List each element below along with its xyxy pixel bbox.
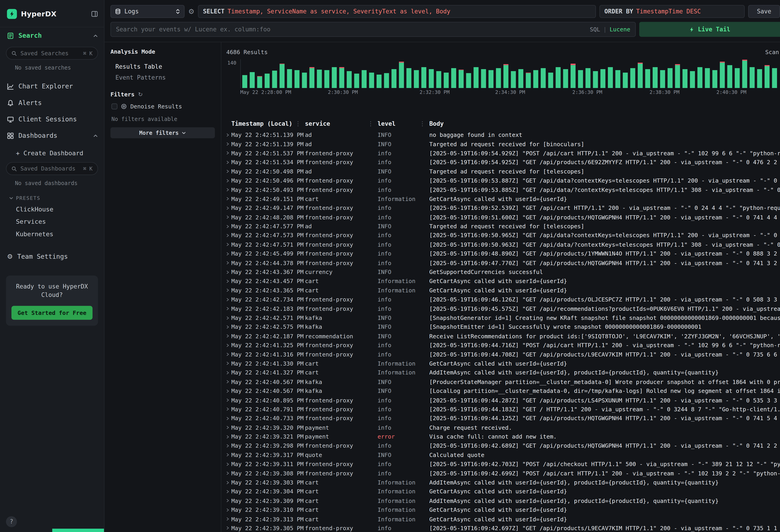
expand-row-icon[interactable] bbox=[223, 233, 231, 238]
histogram-bar[interactable] bbox=[422, 67, 426, 88]
histogram-bar[interactable] bbox=[332, 67, 337, 88]
histogram-bar[interactable] bbox=[735, 68, 740, 88]
sidebar-item-services[interactable]: Services bbox=[0, 215, 104, 228]
help-button[interactable]: ? bbox=[6, 516, 17, 527]
presets-section-header[interactable]: PRESETS bbox=[0, 191, 104, 203]
histogram-bar[interactable] bbox=[623, 72, 628, 88]
sidebar-item-team-settings[interactable]: ⚙ Team Settings bbox=[0, 248, 104, 264]
histogram-bar[interactable] bbox=[511, 71, 516, 88]
expand-row-icon[interactable] bbox=[223, 416, 231, 421]
histogram-bar[interactable] bbox=[361, 70, 367, 88]
source-select[interactable]: Logs bbox=[110, 5, 185, 18]
mode-results-table[interactable]: Results Table bbox=[110, 61, 215, 72]
histogram-bar[interactable] bbox=[638, 63, 643, 88]
expand-row-icon[interactable] bbox=[223, 444, 231, 448]
denoise-checkbox[interactable] bbox=[111, 103, 117, 109]
expand-row-icon[interactable] bbox=[223, 398, 231, 402]
histogram-bar[interactable] bbox=[369, 72, 374, 88]
sidebar-item-kubernetes[interactable]: Kubernetes bbox=[0, 228, 104, 240]
histogram-bar[interactable] bbox=[265, 74, 270, 88]
expand-row-icon[interactable] bbox=[223, 242, 231, 247]
expand-row-icon[interactable] bbox=[223, 462, 231, 467]
expand-row-icon[interactable] bbox=[223, 179, 231, 183]
log-row[interactable]: May 22 2:42:47.573 PM frontend-proxy inf… bbox=[223, 231, 780, 240]
refresh-filters-icon[interactable]: ↻ bbox=[138, 91, 143, 98]
expand-row-icon[interactable] bbox=[223, 306, 231, 311]
histogram-bar[interactable] bbox=[280, 63, 285, 88]
histogram-bar[interactable] bbox=[727, 65, 732, 88]
sidebar-item-search[interactable]: Search bbox=[0, 27, 104, 44]
histogram-bar[interactable] bbox=[459, 69, 464, 88]
histogram-bar[interactable] bbox=[653, 67, 657, 88]
log-row[interactable]: May 22 2:42:50.493 PM frontend-proxy inf… bbox=[223, 185, 780, 194]
histogram-bar[interactable] bbox=[675, 64, 680, 88]
histogram-bar[interactable] bbox=[377, 74, 382, 88]
histogram-bar[interactable] bbox=[586, 68, 591, 88]
chevron-up-icon[interactable] bbox=[93, 133, 98, 138]
log-row[interactable]: May 22 2:42:39.311 PM frontend-proxy inf… bbox=[223, 460, 780, 469]
expand-row-icon[interactable] bbox=[223, 261, 231, 265]
histogram-bar[interactable] bbox=[324, 70, 329, 88]
histogram-bar[interactable] bbox=[399, 62, 404, 88]
histogram-bar[interactable] bbox=[354, 74, 359, 88]
histogram-bar[interactable] bbox=[496, 68, 501, 88]
log-row[interactable]: May 22 2:42:39.317 PM quote INFO Calcula… bbox=[223, 450, 780, 460]
expand-row-icon[interactable] bbox=[223, 517, 231, 521]
expand-row-icon[interactable] bbox=[223, 434, 231, 439]
histogram-bar[interactable] bbox=[548, 72, 553, 88]
histogram-bar[interactable] bbox=[257, 76, 262, 88]
log-row[interactable]: May 22 2:42:49.151 PM cart Information G… bbox=[223, 194, 780, 203]
expand-row-icon[interactable] bbox=[223, 297, 231, 302]
histogram-bar[interactable] bbox=[287, 69, 292, 88]
log-row[interactable]: May 22 2:42:47.571 PM frontend-proxy inf… bbox=[223, 240, 780, 249]
column-grip-icon[interactable]: ⋮ bbox=[295, 120, 305, 127]
log-row[interactable]: May 22 2:42:45.499 PM frontend-proxy inf… bbox=[223, 249, 780, 258]
sidebar-item-alerts[interactable]: Alerts bbox=[0, 95, 104, 111]
histogram-bar[interactable] bbox=[466, 73, 471, 88]
log-row[interactable]: May 22 2:42:39.298 PM frontend-proxy inf… bbox=[223, 441, 780, 450]
expand-row-icon[interactable] bbox=[223, 288, 231, 293]
sql-toggle[interactable]: SQL bbox=[590, 26, 600, 33]
expand-row-icon[interactable] bbox=[223, 370, 231, 375]
histogram-bar[interactable] bbox=[757, 69, 762, 88]
log-row[interactable]: May 22 2:42:43.365 PM cart Information G… bbox=[223, 286, 780, 295]
log-row[interactable]: May 22 2:42:51.139 PM ad INFO no baggage… bbox=[223, 130, 780, 139]
histogram-bar[interactable] bbox=[347, 71, 352, 88]
chevron-up-icon[interactable] bbox=[93, 33, 98, 38]
column-header-body[interactable]: Body bbox=[429, 120, 780, 127]
log-row[interactable]: May 22 2:42:44.378 PM frontend-proxy inf… bbox=[223, 258, 780, 268]
histogram-bar[interactable] bbox=[406, 68, 411, 88]
histogram-bar[interactable] bbox=[302, 72, 307, 88]
histogram-bar[interactable] bbox=[526, 72, 531, 88]
expand-row-icon[interactable] bbox=[223, 197, 231, 201]
expand-row-icon[interactable] bbox=[223, 453, 231, 457]
order-by-input[interactable]: ORDER BY TimestampTime DESC bbox=[599, 5, 745, 18]
histogram-bar[interactable] bbox=[765, 65, 770, 88]
histogram-bar[interactable] bbox=[750, 67, 755, 88]
histogram-bar[interactable] bbox=[436, 71, 441, 88]
expand-row-icon[interactable] bbox=[223, 343, 231, 348]
histogram-bar[interactable] bbox=[317, 69, 322, 88]
column-grip-icon[interactable]: ⋮ bbox=[368, 120, 378, 127]
log-row[interactable]: May 22 2:42:51.139 PM ad INFO Targeted a… bbox=[223, 139, 780, 148]
log-row[interactable]: May 22 2:42:39.320 PM payment info Charg… bbox=[223, 423, 780, 432]
histogram-bar[interactable] bbox=[474, 67, 479, 88]
get-started-button[interactable]: Get Started for Free bbox=[12, 306, 92, 320]
expand-row-icon[interactable] bbox=[223, 224, 231, 229]
histogram-bar[interactable] bbox=[392, 69, 397, 88]
mode-event-patterns[interactable]: Event Patterns bbox=[110, 72, 215, 83]
log-row[interactable]: May 22 2:42:50.498 PM ad INFO Targeted a… bbox=[223, 167, 780, 176]
histogram-bar[interactable] bbox=[555, 67, 560, 88]
log-row[interactable]: May 22 2:42:51.537 PM frontend-proxy inf… bbox=[223, 149, 780, 158]
log-row[interactable]: May 22 2:42:43.367 PM currency INFO GetS… bbox=[223, 268, 780, 277]
log-row[interactable]: May 22 2:42:51.534 PM frontend-proxy inf… bbox=[223, 158, 780, 167]
log-row[interactable]: May 22 2:42:47.577 PM ad INFO Targeted a… bbox=[223, 222, 780, 231]
expand-row-icon[interactable] bbox=[223, 380, 231, 384]
create-dashboard-button[interactable]: + Create Dashboard bbox=[0, 147, 104, 159]
histogram-bar[interactable] bbox=[630, 68, 635, 88]
log-row[interactable]: May 22 2:42:39.313 PM cart Information G… bbox=[223, 515, 780, 524]
log-row[interactable]: May 22 2:42:39.305 PM frontend-proxy inf… bbox=[223, 524, 780, 532]
histogram-bar[interactable] bbox=[294, 70, 299, 88]
expand-row-icon[interactable] bbox=[223, 151, 231, 155]
expand-row-icon[interactable] bbox=[223, 270, 231, 275]
